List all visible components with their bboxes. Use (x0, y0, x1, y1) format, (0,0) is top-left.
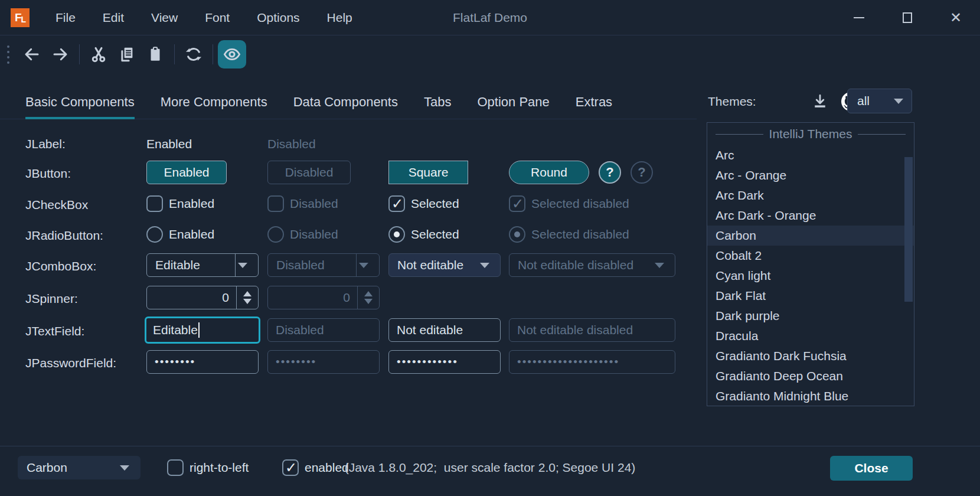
arrow-left-icon (23, 45, 41, 63)
back-button[interactable] (18, 40, 46, 68)
text-caret (198, 322, 200, 338)
themes-label: Themes: (708, 94, 756, 109)
theme-item-arc-orange[interactable]: Arc - Orange (707, 165, 914, 185)
eye-icon (223, 45, 241, 64)
radio-checked-icon (388, 226, 405, 243)
theme-item-gradianto-midnight-blue[interactable]: Gradianto Midnight Blue (707, 386, 914, 406)
tab-extras[interactable]: Extras (576, 90, 612, 119)
theme-item-cyan-light[interactable]: Cyan light (707, 266, 914, 286)
menubar: File Edit View Font Options Help (46, 7, 362, 28)
paste-button[interactable] (141, 40, 169, 68)
spinner-down-icon[interactable] (243, 299, 251, 304)
combobox-editable[interactable]: Editable (146, 253, 259, 277)
radio-enabled[interactable]: Enabled (146, 226, 214, 243)
titlebar: FL File Edit View Font Options Help Flat… (0, 0, 980, 35)
textfield-not-editable[interactable]: Not editable (388, 318, 501, 342)
checkbox-selected-disabled: Selected disabled (509, 195, 629, 212)
checkbox-checked-icon (509, 195, 525, 212)
tab-basic-components[interactable]: Basic Components (25, 90, 135, 119)
forward-button[interactable] (46, 40, 74, 68)
menu-font[interactable]: Font (195, 7, 239, 28)
refresh-button[interactable] (179, 40, 208, 68)
tab-tabs[interactable]: Tabs (424, 90, 451, 119)
passwordfield-disabled: •••••••• (267, 350, 380, 374)
checkbox-enabled[interactable]: Enabled (146, 195, 214, 212)
menu-options[interactable]: Options (247, 7, 309, 28)
disabled-button: Disabled (267, 161, 351, 184)
checkbox-disabled: Disabled (267, 195, 338, 212)
close-button[interactable]: Close (830, 456, 913, 481)
menu-help[interactable]: Help (318, 7, 362, 28)
combobox-not-editable[interactable]: Not editable (388, 253, 501, 277)
combobox-not-editable-disabled: Not editable disabled (509, 253, 675, 277)
menu-view[interactable]: View (142, 7, 187, 28)
textfield-editable[interactable]: Editable (145, 316, 260, 344)
checkbox-icon (146, 195, 163, 212)
theme-item-arc[interactable]: Arc (707, 145, 914, 165)
theme-item-arc-dark[interactable]: Arc Dark (707, 185, 914, 205)
chevron-down-icon (894, 99, 903, 104)
toolbar-grip-handle[interactable] (7, 45, 9, 64)
close-window-button[interactable]: ✕ (932, 0, 980, 35)
theme-item-gradianto-dark-fuchsia[interactable]: Gradianto Dark Fuchsia (707, 346, 914, 366)
radio-selected-disabled: Selected disabled (509, 226, 629, 243)
passwordfield-not-editable[interactable]: •••••••••••• (388, 350, 501, 374)
jbutton-row-label: JButton: (25, 167, 71, 181)
enabled-button[interactable]: Enabled (146, 161, 227, 184)
jpasswordfield-row-label: JPasswordField: (25, 356, 116, 370)
themes-list: IntelliJ Themes Arc Arc - Orange Arc Dar… (707, 122, 914, 406)
maximize-button[interactable] (883, 0, 932, 35)
themes-header: Themes: all (708, 89, 914, 115)
radio-selected[interactable]: Selected (388, 226, 459, 243)
themes-group-title: IntelliJ Themes (769, 127, 852, 141)
copy-button[interactable] (113, 40, 141, 68)
minimize-button[interactable] (835, 0, 883, 35)
chevron-down-icon[interactable] (236, 263, 258, 268)
chevron-down-icon[interactable] (478, 263, 500, 268)
cut-button[interactable] (84, 40, 113, 68)
spinner-enabled[interactable]: 0 (146, 286, 259, 309)
themes-list-scrollbar[interactable] (904, 157, 913, 302)
app-logo-icon: FL (11, 8, 30, 27)
question-mark-icon: ? (606, 165, 613, 180)
theme-item-cobalt-2[interactable]: Cobalt 2 (707, 246, 914, 266)
square-button[interactable]: Square (388, 161, 468, 184)
download-icon (812, 93, 828, 110)
toolbar (0, 36, 980, 73)
jtextfield-row-label: JTextField: (25, 324, 84, 338)
tab-option-pane[interactable]: Option Pane (477, 90, 549, 119)
flatlaf-demo-window: FL File Edit View Font Options Help Flat… (0, 0, 980, 496)
window-controls: ✕ (835, 0, 980, 35)
menu-edit[interactable]: Edit (93, 7, 133, 28)
question-mark-icon: ? (638, 165, 645, 180)
checkbox-selected[interactable]: Selected (388, 195, 459, 212)
theme-item-dracula[interactable]: Dracula (707, 326, 914, 346)
spinner-down-icon (364, 299, 373, 304)
theme-item-dark-purple[interactable]: Dark purple (707, 306, 914, 326)
theme-item-carbon[interactable]: Carbon (707, 226, 914, 246)
refresh-icon (185, 45, 202, 63)
theme-item-dark-flat[interactable]: Dark Flat (707, 286, 914, 306)
download-themes-button[interactable] (808, 90, 832, 113)
round-button[interactable]: Round (509, 161, 589, 184)
jradiobutton-row-label: JRadioButton: (25, 229, 103, 243)
help-button[interactable]: ? (599, 161, 621, 184)
menu-file[interactable]: File (46, 7, 85, 28)
show-hidden-toggle-button[interactable] (218, 40, 246, 68)
radio-checked-icon (509, 226, 525, 243)
chevron-down-icon (652, 263, 675, 268)
jlabel-row-label: JLabel: (25, 137, 66, 151)
toolbar-separator (213, 44, 213, 64)
close-icon: ✕ (950, 11, 962, 25)
jlabel-enabled: Enabled (146, 137, 192, 151)
spinner-up-icon[interactable] (243, 291, 251, 296)
copy-icon (118, 45, 136, 63)
theme-item-gradianto-deep-ocean[interactable]: Gradianto Deep Ocean (707, 366, 914, 386)
theme-item-arc-dark-orange[interactable]: Arc Dark - Orange (707, 205, 914, 226)
theme-filter-combobox[interactable]: all (847, 89, 912, 113)
passwordfield-editable[interactable]: •••••••• (146, 350, 259, 374)
help-button-disabled: ? (631, 161, 653, 184)
tab-more-components[interactable]: More Components (161, 90, 267, 119)
jcombobox-row-label: JComboBox: (25, 259, 96, 273)
tab-data-components[interactable]: Data Components (293, 90, 398, 119)
